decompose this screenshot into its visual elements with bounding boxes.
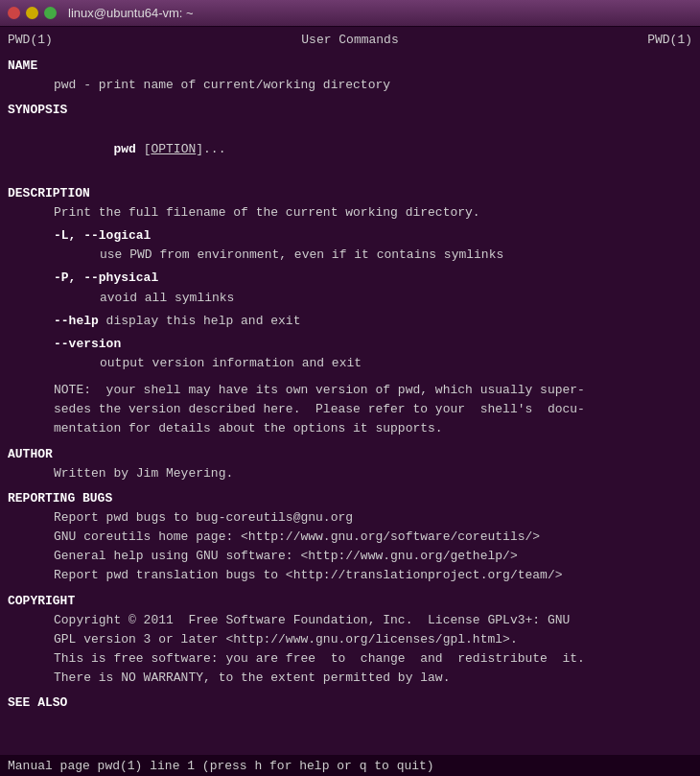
section-synopsis-cmd: pwd [OPTION]...: [8, 120, 692, 177]
title-bar: linux@ubuntu64-vm: ~: [0, 0, 700, 27]
option-version: --version output version information and…: [8, 335, 692, 373]
copyright-line-4: There is NO WARRANTY, to the extent perm…: [8, 669, 692, 688]
description-intro: Print the full filename of the current w…: [8, 203, 692, 223]
synopsis-args: [OPTION]...: [136, 142, 226, 156]
section-bugs: REPORTING BUGS Report pwd bugs to bug-co…: [8, 489, 692, 586]
option-P-flag: -P, --physical: [8, 269, 692, 288]
section-author-content: Written by Jim Meyering.: [8, 464, 692, 483]
maximize-button[interactable]: [44, 7, 57, 19]
section-author: AUTHOR Written by Jim Meyering.: [8, 445, 692, 483]
section-seealso: SEE ALSO: [8, 694, 692, 713]
status-bar: Manual page pwd(1) line 1 (press h for h…: [0, 755, 700, 776]
section-name-content: pwd - print name of current/working dire…: [8, 76, 692, 95]
option-L-desc: use PWD from environment, even if it con…: [8, 246, 692, 265]
synopsis-cmd-bold: pwd: [113, 142, 135, 156]
section-author-title: AUTHOR: [8, 445, 692, 464]
option-L-flag: -L, --logical: [8, 226, 692, 246]
header-line: PWD(1) User Commands PWD(1): [0, 31, 700, 49]
section-seealso-title: SEE ALSO: [8, 694, 692, 713]
section-copyright-title: COPYRIGHT: [8, 592, 692, 611]
option-help: --help display this help and exit: [8, 312, 692, 331]
section-bugs-title: REPORTING BUGS: [8, 489, 692, 508]
description-note: NOTE: your shell may have its own versio…: [8, 381, 692, 438]
description-options: -L, --logical use PWD from environment, …: [8, 226, 692, 373]
header-right: PWD(1): [647, 33, 692, 47]
section-description-title: DESCRIPTION: [8, 184, 692, 203]
section-name-title: NAME: [8, 57, 692, 76]
option-help-line: --help display this help and exit: [8, 312, 692, 331]
option-P-desc: avoid all symlinks: [8, 289, 692, 308]
section-name: NAME pwd - print name of current/working…: [8, 57, 692, 95]
bugs-line-1: Report pwd bugs to bug-coreutils@gnu.org: [8, 508, 692, 528]
option-version-flag: --version: [8, 335, 692, 354]
terminal-body: PWD(1) User Commands PWD(1) NAME pwd - p…: [0, 27, 700, 755]
copyright-line-3: This is free software: you are free to c…: [8, 649, 692, 669]
bugs-line-2: GNU coreutils home page: <http://www.gnu…: [8, 528, 692, 547]
option-L: -L, --logical use PWD from environment, …: [8, 226, 692, 265]
minimize-button[interactable]: [26, 7, 38, 19]
option-P: -P, --physical avoid all symlinks: [8, 269, 692, 307]
header-center: User Commands: [301, 33, 398, 47]
bugs-line-4: Report pwd translation bugs to <http://t…: [8, 566, 692, 585]
copyright-line-1: Copyright © 2011 Free Software Foundatio…: [8, 611, 692, 630]
section-description: DESCRIPTION Print the full filename of t…: [8, 184, 692, 439]
window-title: linux@ubuntu64-vm: ~: [68, 6, 194, 20]
close-button[interactable]: [8, 7, 20, 19]
section-synopsis-title: SYNOPSIS: [8, 101, 692, 120]
section-copyright: COPYRIGHT Copyright © 2011 Free Software…: [8, 592, 692, 689]
status-text: Manual page pwd(1) line 1 (press h for h…: [8, 759, 434, 773]
option-version-desc: output version information and exit: [8, 354, 692, 373]
header-left: PWD(1): [8, 33, 53, 47]
bugs-line-3: General help using GNU software: <http:/…: [8, 547, 692, 566]
copyright-line-2: GPL version 3 or later <http://www.gnu.o…: [8, 630, 692, 649]
section-synopsis: SYNOPSIS pwd [OPTION]...: [8, 101, 692, 178]
